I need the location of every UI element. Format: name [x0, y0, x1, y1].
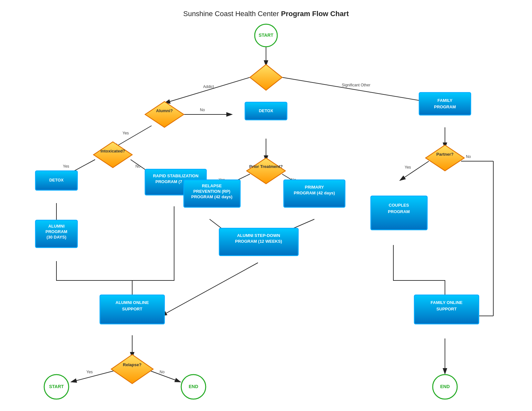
label-intox-no: No — [135, 164, 141, 169]
label-sig-other: Significant Other — [342, 83, 370, 87]
svg-marker-18 — [111, 355, 153, 384]
label-alumni-yes: Yes — [123, 131, 129, 135]
alumni-prog-label1: ALUMNI — [48, 224, 65, 229]
start-bottom-circle: START — [44, 375, 69, 399]
diamond-prior-label1: Prior Treatment? — [249, 164, 283, 169]
rapid-stab-label1: RAPID STABILIZATION — [153, 173, 198, 178]
end-center-label: END — [189, 384, 198, 389]
couples-prog-label1: COUPLES — [389, 203, 409, 208]
label-intox-yes: Yes — [63, 164, 69, 169]
arrow-d0-left — [164, 77, 250, 103]
alumni-online-box: ALUMNI ONLINE SUPPORT — [100, 295, 164, 324]
start-label: START — [259, 33, 273, 38]
svg-marker-7 — [247, 158, 285, 184]
detox-left-label: DETOX — [49, 178, 64, 182]
diamond-prior: Prior Treatment? — [247, 158, 285, 184]
relapse-prev-label2: PREVENTION (RP) — [193, 189, 231, 194]
couples-prog-label2: PROGRAM — [388, 209, 410, 214]
svg-marker-8 — [426, 145, 464, 171]
family-online-box: FAMILY ONLINE SUPPORT — [414, 295, 479, 324]
label-partner-yes: Yes — [405, 165, 411, 170]
arrow-alumni-yes — [113, 126, 152, 148]
arrow-stepdown-online — [161, 263, 258, 316]
arrow-rapid-to-online-path — [132, 206, 174, 280]
primary-prog-box: PRIMARY PROGRAM (42 days) — [284, 180, 345, 207]
relapse-prev-label1: RELAPSE — [202, 183, 222, 188]
label-relapse-no: No — [160, 370, 165, 374]
alumni-stepdown-label1: ALUMNI STEP-DOWN — [237, 233, 280, 238]
end-center-circle: END — [181, 375, 206, 399]
detox-left-box: DETOX — [35, 171, 77, 190]
alumni-online-label2: SUPPORT — [122, 307, 143, 311]
svg-rect-5 — [419, 93, 471, 115]
page-title: Sunshine Coast Health Center Program Flo… — [183, 10, 349, 18]
end-right-label: END — [440, 384, 450, 389]
svg-marker-2 — [250, 64, 282, 90]
family-online-label1: FAMILY ONLINE — [431, 300, 463, 305]
family-program-label2: PROGRAM — [434, 104, 456, 109]
couples-prog-box: COUPLES PROGRAM — [371, 196, 427, 230]
relapse-prev-box: RELAPSE PREVENTION (RP) PROGRAM (42 days… — [184, 180, 240, 207]
diamond-alumni: Alumni? — [145, 102, 184, 127]
alumni-prog-label2: PROGRAM — [45, 229, 67, 234]
primary-prog-label1: PRIMARY — [305, 185, 324, 190]
primary-prog-label2: PROGRAM (42 days) — [294, 191, 335, 195]
label-relapse-yes: Yes — [86, 370, 93, 374]
label-addict: Addict — [203, 84, 214, 89]
diamond-relapse: Relapse? — [111, 355, 153, 384]
diamond-partner-label: Partner? — [436, 152, 454, 157]
arrow-relapse-no — [150, 371, 181, 382]
detox-center-label: DETOX — [259, 108, 273, 113]
diamond-intox: Intoxicated? — [94, 142, 132, 168]
arrow-partner-yes — [400, 161, 429, 181]
start-circle: START — [255, 24, 277, 47]
alumni-online-label1: ALUMNI ONLINE — [115, 300, 149, 305]
end-right-circle: END — [433, 375, 457, 399]
diamond-alumni-label: Alumni? — [156, 108, 173, 113]
start-bottom-label: START — [49, 384, 64, 389]
svg-marker-3 — [145, 102, 184, 127]
diamond-intox-label: Intoxicated? — [101, 149, 125, 153]
family-program-label1: FAMILY — [438, 98, 453, 103]
svg-marker-6 — [94, 142, 132, 168]
alumni-stepdown-box: ALUMNI STEP-DOWN PROGRAM (12 WEEKS) — [219, 228, 298, 256]
label-partner-no: No — [466, 154, 471, 159]
label-alumni-no: No — [200, 108, 205, 112]
alumni-prog-box: ALUMNI PROGRAM (30 DAYS) — [35, 220, 77, 248]
diamond-relapse-label: Relapse? — [123, 362, 142, 367]
diamond-addict-sig — [250, 64, 282, 90]
family-online-label2: SUPPORT — [437, 307, 457, 311]
diamond-partner: Partner? — [426, 145, 464, 171]
alumni-stepdown-label2: PROGRAM (12 WEEKS) — [235, 239, 282, 244]
detox-center-box: DETOX — [245, 102, 287, 120]
alumni-prog-label3: (30 DAYS) — [46, 235, 66, 240]
relapse-prev-label3: PROGRAM (42 days) — [191, 194, 232, 199]
family-program-box: FAMILY PROGRAM — [419, 93, 471, 115]
